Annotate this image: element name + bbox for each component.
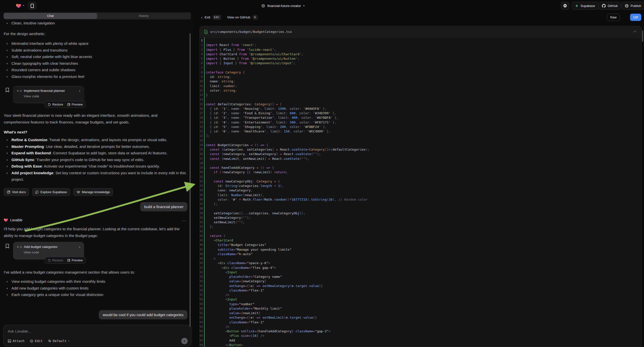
exit-button[interactable]: ‹ Exit ESC: [201, 12, 221, 23]
attach-button[interactable]: Attach: [8, 339, 24, 343]
logo-chevron-down-icon[interactable]: ▾: [23, 4, 24, 7]
code-line: 37 };: [200, 202, 642, 206]
view-on-github-button[interactable]: View on GitHub G: [227, 12, 258, 23]
esc-key-badge: ESC: [212, 15, 221, 20]
target-icon: [30, 339, 33, 343]
project-switcher[interactable]: financial-future-creator ▾: [262, 0, 305, 12]
panel-toggle-button[interactable]: [28, 2, 36, 10]
visit-docs-button[interactable]: Visit docs: [4, 188, 29, 196]
publish-button[interactable]: Publish: [621, 2, 644, 10]
code-line: 48 className="h-auto": [200, 252, 642, 256]
file-path: src/components/budget/BudgetCategories.t…: [210, 30, 292, 34]
file-header[interactable]: src/components/budget/BudgetCategories.t…: [200, 26, 642, 38]
github-button[interactable]: GitHub: [598, 2, 621, 10]
lovable-heart-logo[interactable]: [16, 3, 21, 8]
model-selector[interactable]: Default ▾: [48, 339, 70, 343]
preview-button[interactable]: Preview: [67, 259, 83, 262]
github-icon: [602, 4, 606, 8]
code-line: 40 setNewCategory('');: [200, 216, 642, 220]
code-icon: < >: [17, 89, 22, 92]
restore-button[interactable]: Restore: [48, 259, 63, 262]
code-line: 55 onChange={(e) => setNewCategory(e.tar…: [200, 284, 642, 288]
gear-icon: [563, 4, 567, 8]
code-icon: < >: [17, 245, 22, 249]
version-card-implement-financial-planner[interactable]: < > Implement financial planner › View c…: [13, 86, 84, 103]
code-line: 2import React from 'react';: [200, 43, 642, 47]
bookmark-icon[interactable]: [6, 244, 9, 248]
explore-supabase-button[interactable]: Explore Supabase: [32, 188, 70, 196]
external-link-icon: [7, 190, 10, 194]
code-line: 49 >: [200, 256, 642, 261]
code-line: 29▾ const handleAddCategory = () => {: [200, 166, 642, 170]
code-line: 17 { id: '2', name: 'Food & Dining', lim…: [200, 111, 642, 116]
code-area[interactable]: 12import React from 'react';3import { Pl…: [200, 38, 642, 347]
composer-placeholder: Ask Lovable...: [8, 329, 187, 333]
list-item: ●View existing budget categories with th…: [4, 278, 188, 285]
added-file-icon: [204, 30, 208, 34]
view-code-link[interactable]: View code: [24, 250, 80, 254]
list-item: ●Add new budget categories with custom l…: [4, 285, 188, 292]
external-link-icon: [67, 259, 70, 262]
code-line: 53 placeholder="Category name": [200, 274, 642, 279]
code-line: 51 <div className="flex gap-4">: [200, 266, 642, 270]
editor-scrollbar[interactable]: [642, 30, 643, 42]
code-line: 6import { Input } from '@/components/ui/…: [200, 61, 642, 66]
whats-next-list: ●Refine & Customize: Tweak the design, a…: [4, 137, 187, 183]
code-line: 3import { Plus } from 'lucide-react';: [200, 48, 642, 52]
chat-history-tabs: Chat History: [3, 12, 191, 20]
tab-history[interactable]: History: [97, 13, 190, 19]
view-code-link[interactable]: View code: [24, 94, 80, 98]
bookmark-icon[interactable]: [6, 88, 9, 92]
code-line: 34 name: newCategory,: [200, 188, 642, 193]
code-line: 60 placeholder="Monthly limit": [200, 306, 642, 311]
earlier-bullet: ●Clean, intuitive navigation: [4, 20, 188, 27]
publish-label: Publish: [630, 4, 641, 8]
code-line: 66 <Plus size={16} />: [200, 334, 642, 338]
list-item: ●Each category gets a unique color for v…: [4, 292, 188, 298]
composer[interactable]: Ask Lovable... Attach Edit Default ▾ ↑: [3, 325, 192, 346]
code-line: 12 color: string;: [200, 88, 642, 93]
settings-button[interactable]: [561, 2, 569, 10]
chat-scrollbar[interactable]: [190, 33, 190, 326]
chevron-down-icon: ▾: [68, 339, 70, 343]
list-item: ●Glass-morphic elements for a premium fe…: [4, 74, 188, 80]
supabase-button[interactable]: Supabase: [572, 2, 599, 10]
preview-button[interactable]: Preview: [67, 103, 83, 106]
help-paragraph: I'll help you add budget categories to t…: [4, 226, 188, 239]
code-line: 27 const [newLimit, setNewLimit] = React…: [200, 156, 642, 161]
raw-toggle-button[interactable]: Raw: [607, 14, 620, 21]
g-key-badge: G: [253, 15, 258, 20]
image-icon: [8, 339, 11, 343]
code-line: 31: [200, 175, 642, 179]
restore-icon: [48, 259, 51, 262]
globe-icon: [262, 4, 265, 8]
message-menu-button[interactable]: ...: [182, 218, 186, 222]
restore-button[interactable]: Restore: [48, 103, 63, 106]
code-line: 62 onChange={(e) => setNewLimit(e.target…: [200, 316, 642, 320]
code-line: 38: [200, 206, 642, 211]
list-item: ●Clean typography with clear hierarchies: [4, 60, 188, 67]
lovable-app: ▾ financial-future-creator ▾: [0, 0, 644, 347]
send-button[interactable]: ↑: [181, 338, 188, 344]
tab-chat[interactable]: Chat: [4, 13, 97, 19]
diff-toggle-button[interactable]: Diff: [630, 14, 641, 21]
collapse-chevron-up-icon[interactable]: [633, 30, 636, 34]
code-line: 45 <ChartCard: [200, 238, 642, 243]
exit-label: Exit: [205, 16, 210, 19]
code-line: 39 setCategories([...categories, newCate…: [200, 211, 642, 216]
list-item: ●Subtle animations and transitions: [4, 47, 188, 54]
manage-knowledge-button[interactable]: Manage knowledge: [74, 188, 113, 196]
list-item: ●Expand with Backend: Connect Supabase t…: [4, 150, 187, 156]
assistant-name: Lovable: [10, 218, 22, 222]
publish-globe-icon: [625, 4, 628, 8]
code-line: 5import { Button } from '@/components/ui…: [200, 56, 642, 61]
design-bullet-list: ●Minimalist interface with plenty of whi…: [4, 40, 188, 80]
edit-button[interactable]: Edit: [30, 339, 42, 343]
supabase-icon: [575, 4, 578, 8]
code-line: 58 <Input: [200, 297, 642, 302]
restore-preview-toolbar: Restore Preview: [45, 257, 86, 264]
code-line: 46 title="Budget Categories": [200, 243, 642, 247]
code-line: 21 { id: '6', name: 'Healthcare', limit:…: [200, 129, 642, 134]
supabase-label: Supabase: [580, 4, 595, 8]
lovable-heart-icon: [4, 218, 8, 222]
